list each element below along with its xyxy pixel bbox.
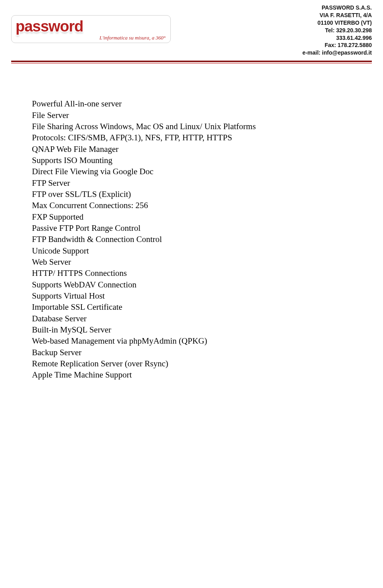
backup-server-line: Remote Replication Server (over Rsync) <box>32 358 351 369</box>
headline: Powerful All-in-one server <box>32 98 351 109</box>
company-address2: 01100 VITERBO (VT) <box>302 19 372 27</box>
file-server-line: Direct File Viewing via Google Doc <box>32 166 351 177</box>
header-rule-dark <box>11 61 372 62</box>
company-email: e-mail: info@epassword.it <box>302 49 372 57</box>
company-fax: Fax: 178.272.5880 <box>302 41 372 49</box>
file-server-line: File Sharing Across Windows, Mac OS and … <box>32 121 351 132</box>
ftp-server-line: FTP over SSL/TLS (Explicit) <box>32 189 351 200</box>
logo-tagline: L'informatica su misura, a 360° <box>99 35 166 41</box>
db-server-line: Built-in MySQL Server <box>32 324 351 335</box>
company-info: PASSWORD S.A.S. VIA F. RASETTI, 4/A 0110… <box>302 4 372 57</box>
section-title-backup-server: Backup Server <box>32 347 351 358</box>
header-rule-light <box>11 63 372 64</box>
ftp-server-line: Max Concurrent Connections: 256 <box>32 200 351 211</box>
web-server-line: Supports Virtual Host <box>32 290 351 301</box>
section-title-file-server: File Server <box>32 110 351 121</box>
ftp-server-line: Unicode Support <box>32 245 351 256</box>
section-title-web-server: Web Server <box>32 256 351 267</box>
header-row: password L'informatica su misura, a 360°… <box>11 4 372 57</box>
file-server-line: Supports ISO Mounting <box>32 155 351 166</box>
web-server-line: HTTP/ HTTPS Connections <box>32 267 351 279</box>
file-server-line: QNAP Web File Manager <box>32 144 351 155</box>
company-name: PASSWORD S.A.S. <box>302 4 372 12</box>
company-tel1: Tel: 329.20.30.298 <box>302 27 372 34</box>
logo: password L'informatica su misura, a 360° <box>11 15 171 43</box>
page-header: password L'informatica su misura, a 360°… <box>0 0 383 66</box>
ftp-server-line: Passive FTP Port Range Control <box>32 222 351 234</box>
section-title-db-server: Database Server <box>32 313 351 324</box>
logo-word: password <box>16 18 83 35</box>
backup-server-line: Apple Time Machine Support <box>32 369 351 380</box>
file-server-line: Protocols: CIFS/SMB, AFP(3.1), NFS, FTP,… <box>32 132 351 143</box>
content: Powerful All-in-one server File Server F… <box>0 66 383 397</box>
db-server-line: Web-based Management via phpMyAdmin (QPK… <box>32 335 351 346</box>
web-server-line: Supports WebDAV Connection <box>32 279 351 290</box>
section-title-ftp-server: FTP Server <box>32 177 351 189</box>
company-tel2: 333.61.42.996 <box>302 34 372 42</box>
ftp-server-line: FXP Supported <box>32 211 351 222</box>
web-server-line: Importable SSL Certificate <box>32 301 351 313</box>
company-address1: VIA F. RASETTI, 4/A <box>302 12 372 19</box>
ftp-server-line: FTP Bandwidth & Connection Control <box>32 234 351 245</box>
